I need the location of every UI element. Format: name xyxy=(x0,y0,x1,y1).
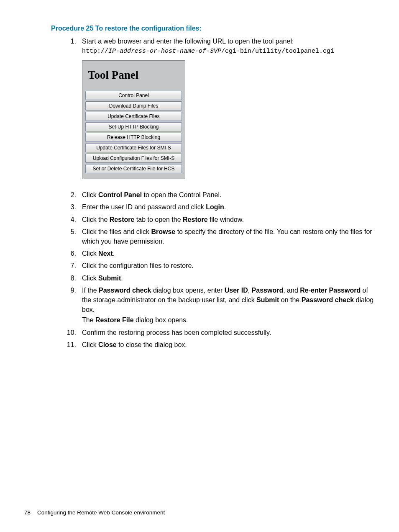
step-text: If the Password check dialog box opens, … xyxy=(82,285,375,315)
url-suffix: /cgi-bin/utility/toolpanel.cgi xyxy=(221,48,334,55)
tool-panel-figure: Tool Panel Control Panel Download Dump F… xyxy=(82,60,185,179)
step-7: 7. Click the configuration files to rest… xyxy=(66,261,375,271)
tool-panel-btn-cert-hcs[interactable]: Set or Delete Certificate File for HCS xyxy=(85,164,182,173)
step-body: Click Submit. xyxy=(82,273,375,284)
step-number: 9. xyxy=(66,285,82,326)
step-text: Enter the user ID and password and click… xyxy=(82,202,375,212)
step-number: 7. xyxy=(66,261,82,271)
step-body: Click Control Panel to open the Control … xyxy=(82,190,375,200)
procedure-heading: Procedure 25 To restore the configuratio… xyxy=(51,23,375,33)
footer-section: Configuring the Remote Web Console envir… xyxy=(37,509,165,516)
tool-panel-btn-release-http[interactable]: Release HTTP Blocking xyxy=(85,133,182,142)
step-note: The Restore File dialog box opens. xyxy=(82,315,375,325)
step-text: Click the files and click Browse to spec… xyxy=(82,227,375,246)
step-number: 4. xyxy=(66,215,82,225)
tool-panel-btn-control-panel[interactable]: Control Panel xyxy=(85,91,182,100)
step-11: 11. Click Close to close the dialog box. xyxy=(66,340,375,350)
step-1: 1. Start a web browser and enter the fol… xyxy=(66,36,375,188)
step-9: 9. If the Password check dialog box open… xyxy=(66,285,375,326)
url-host: IP-address-or-host-name-of-SVP xyxy=(108,48,221,55)
step-body: Start a web browser and enter the follow… xyxy=(82,36,375,188)
page-footer: 78Configuring the Remote Web Console env… xyxy=(24,509,165,517)
step-text: Confirm the restoring process has been c… xyxy=(82,328,375,337)
step-text: Start a web browser and enter the follow… xyxy=(82,36,375,46)
step-text: Click Close to close the dialog box. xyxy=(82,340,375,350)
step-text: Click Submit. xyxy=(82,273,375,283)
step-body: Confirm the restoring process has been c… xyxy=(82,328,375,338)
tool-panel-title: Tool Panel xyxy=(88,67,182,83)
step-body: Click Next. xyxy=(82,249,375,259)
step-2: 2. Click Control Panel to open the Contr… xyxy=(66,190,375,200)
step-number: 2. xyxy=(66,190,82,200)
step-body: Click Close to close the dialog box. xyxy=(82,340,375,350)
step-3: 3. Enter the user ID and password and cl… xyxy=(66,202,375,213)
step-text: Click the Restore tab to open the Restor… xyxy=(82,215,375,224)
step-10: 10. Confirm the restoring process has be… xyxy=(66,328,375,338)
url-prefix: http:// xyxy=(82,48,108,55)
step-list: 1. Start a web browser and enter the fol… xyxy=(24,36,375,350)
tool-panel-btn-download-dump[interactable]: Download Dump Files xyxy=(85,101,182,111)
tool-panel-btn-update-cert-smis[interactable]: Update Certificate Files for SMI-S xyxy=(85,143,182,152)
step-number: 10. xyxy=(66,328,82,338)
step-8: 8. Click Submit. xyxy=(66,273,375,284)
step-text: Click the configuration files to restore… xyxy=(82,261,375,270)
step-number: 8. xyxy=(66,273,82,284)
step-body: Click the configuration files to restore… xyxy=(82,261,375,271)
document-page: Procedure 25 To restore the configuratio… xyxy=(0,0,399,350)
step-number: 6. xyxy=(66,249,82,259)
tool-panel-btn-setup-http[interactable]: Set Up HTTP Blocking xyxy=(85,122,182,131)
step-body: If the Password check dialog box opens, … xyxy=(82,285,375,326)
step-body: Enter the user ID and password and click… xyxy=(82,202,375,213)
step-text: Click Control Panel to open the Control … xyxy=(82,190,375,200)
page-number: 78 xyxy=(24,509,31,516)
step-number: 1. xyxy=(66,36,82,188)
step-number: 5. xyxy=(66,227,82,247)
step-number: 11. xyxy=(66,340,82,350)
step-number: 3. xyxy=(66,202,82,213)
step-url: http://IP-address-or-host-name-of-SVP/cg… xyxy=(82,47,375,56)
step-5: 5. Click the files and click Browse to s… xyxy=(66,227,375,247)
step-4: 4. Click the Restore tab to open the Res… xyxy=(66,215,375,225)
tool-panel-btn-update-cert[interactable]: Update Certificate Files xyxy=(85,112,182,121)
step-body: Click the files and click Browse to spec… xyxy=(82,227,375,247)
step-body: Click the Restore tab to open the Restor… xyxy=(82,215,375,225)
step-6: 6. Click Next. xyxy=(66,249,375,259)
tool-panel-btn-upload-config-smis[interactable]: Upload Configuration Files for SMI-S xyxy=(85,154,182,163)
step-text: Click Next. xyxy=(82,249,375,258)
